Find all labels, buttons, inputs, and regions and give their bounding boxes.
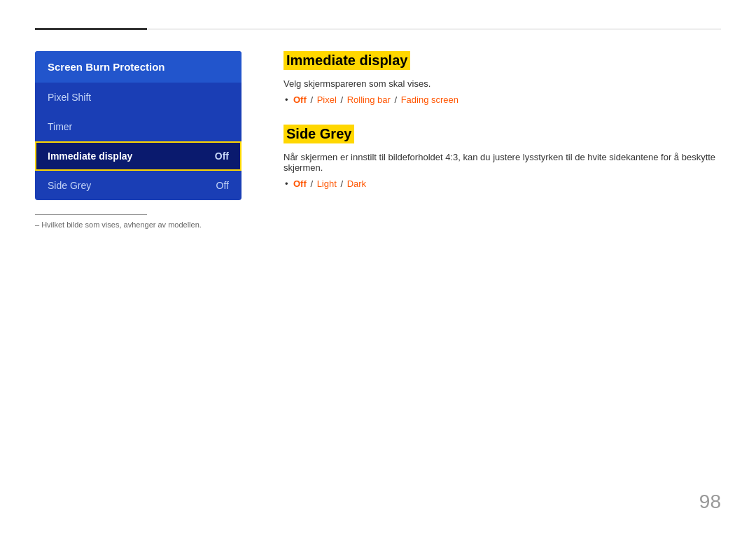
menu-container: Screen Burn Protection Pixel Shift Timer… bbox=[35, 51, 241, 200]
immediate-display-options: Off / Pixel / Rolling bar / Fading scree… bbox=[284, 94, 721, 105]
top-lines bbox=[35, 28, 721, 30]
menu-item-immediate-display-label: Immediate display bbox=[48, 150, 132, 162]
immediate-display-desc: Velg skjermspareren som skal vises. bbox=[284, 78, 721, 89]
side-grey-desc: Når skjermen er innstilt til bildeforhol… bbox=[284, 152, 721, 173]
menu-item-immediate-display[interactable]: Immediate display Off bbox=[35, 141, 241, 171]
menu-item-immediate-display-value: Off bbox=[215, 150, 229, 162]
menu-item-timer-label: Timer bbox=[48, 121, 72, 132]
side-grey-title: Side Grey bbox=[284, 125, 354, 143]
footnote-line bbox=[35, 214, 147, 215]
footnote-text: – Hvilket bilde som vises, avhenger av m… bbox=[35, 220, 241, 229]
section-side-grey: Side Grey Når skjermen er innstilt til b… bbox=[284, 125, 721, 189]
menu-item-pixel-shift-label: Pixel Shift bbox=[48, 92, 91, 103]
content-panel: Immediate display Velg skjermspareren so… bbox=[284, 51, 721, 209]
section-immediate-display: Immediate display Velg skjermspareren so… bbox=[284, 51, 721, 105]
side-grey-options: Off / Light / Dark bbox=[284, 178, 721, 189]
menu-item-side-grey[interactable]: Side Grey Off bbox=[35, 171, 241, 200]
menu-item-side-grey-value: Off bbox=[216, 180, 229, 191]
option-rolling-bar-link[interactable]: Rolling bar bbox=[347, 94, 391, 105]
page-container: Screen Burn Protection Pixel Shift Timer… bbox=[0, 0, 756, 534]
page-number: 98 bbox=[699, 491, 721, 513]
top-line-dark bbox=[35, 28, 147, 30]
footnote-section: – Hvilket bilde som vises, avhenger av m… bbox=[35, 214, 241, 229]
option-pixel-link[interactable]: Pixel bbox=[317, 94, 337, 105]
menu-title: Screen Burn Protection bbox=[35, 51, 241, 83]
main-layout: Screen Burn Protection Pixel Shift Timer… bbox=[35, 51, 721, 229]
side-grey-option-light-link[interactable]: Light bbox=[317, 178, 337, 189]
immediate-display-title: Immediate display bbox=[284, 51, 410, 70]
menu-item-timer[interactable]: Timer bbox=[35, 112, 241, 141]
immediate-display-option-list-item: Off / Pixel / Rolling bar / Fading scree… bbox=[293, 94, 721, 105]
option-fading-screen-link[interactable]: Fading screen bbox=[401, 94, 458, 105]
side-grey-option-off-link[interactable]: Off bbox=[293, 178, 307, 189]
menu-item-pixel-shift[interactable]: Pixel Shift bbox=[35, 83, 241, 112]
top-line-light bbox=[147, 29, 721, 29]
menu-panel: Screen Burn Protection Pixel Shift Timer… bbox=[35, 51, 241, 229]
side-grey-option-list-item: Off / Light / Dark bbox=[293, 178, 721, 189]
menu-item-side-grey-label: Side Grey bbox=[48, 180, 91, 191]
option-off-link[interactable]: Off bbox=[293, 94, 307, 105]
side-grey-option-dark-link[interactable]: Dark bbox=[347, 178, 366, 189]
